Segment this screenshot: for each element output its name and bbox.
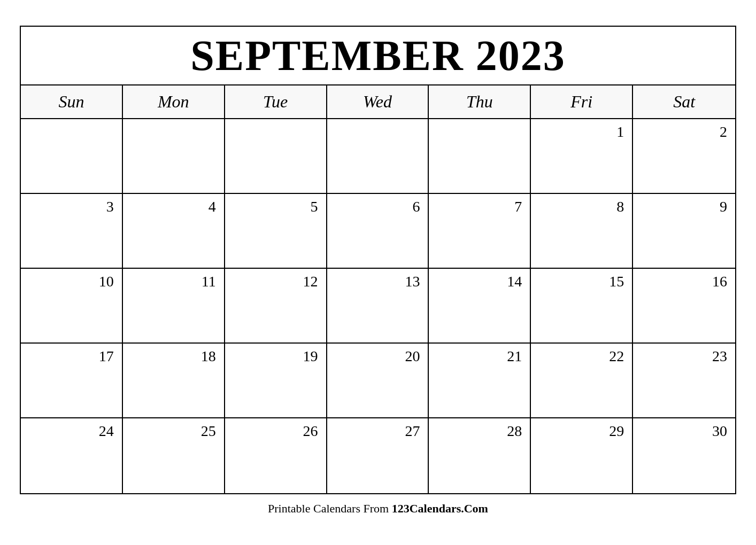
day-number: 14: [431, 273, 524, 290]
day-cell-25: 25: [123, 418, 225, 493]
day-number: 11: [126, 273, 219, 290]
day-number: 23: [636, 348, 730, 365]
day-number: 12: [228, 273, 321, 290]
day-number: 22: [534, 348, 627, 365]
day-cell-29: 29: [531, 418, 633, 493]
day-cell-1: 1: [531, 119, 633, 194]
empty-cell: [429, 119, 531, 194]
day-number: 15: [534, 273, 627, 290]
day-cell-30: 30: [633, 418, 735, 493]
day-header-sun: Sun: [21, 85, 123, 119]
day-number: 8: [534, 198, 627, 215]
day-cell-10: 10: [21, 269, 123, 344]
day-number: 19: [228, 348, 321, 365]
day-header-tue: Tue: [225, 85, 327, 119]
day-number: 9: [636, 198, 730, 215]
calendar-title: SEPTEMBER 2023: [21, 27, 735, 85]
day-cell-28: 28: [429, 418, 531, 493]
day-number: 7: [431, 198, 524, 215]
day-cell-5: 5: [225, 194, 327, 269]
day-cell-27: 27: [327, 418, 429, 493]
day-number: 20: [330, 348, 423, 365]
day-cell-8: 8: [531, 194, 633, 269]
day-number: 10: [24, 273, 117, 290]
day-cell-19: 19: [225, 344, 327, 418]
day-cell-12: 12: [225, 269, 327, 344]
day-number: 5: [228, 198, 321, 215]
day-cell-7: 7: [429, 194, 531, 269]
day-header-mon: Mon: [123, 85, 225, 119]
empty-cell: [225, 119, 327, 194]
day-header-fri: Fri: [531, 85, 633, 119]
day-header-sat: Sat: [633, 85, 735, 119]
day-cell-16: 16: [633, 269, 735, 344]
empty-cell: [327, 119, 429, 194]
day-cell-22: 22: [531, 344, 633, 418]
day-cell-26: 26: [225, 418, 327, 493]
day-cell-17: 17: [21, 344, 123, 418]
day-number: 21: [431, 348, 524, 365]
day-number: 4: [126, 198, 219, 215]
day-cell-11: 11: [123, 269, 225, 344]
day-number: 1: [534, 123, 627, 141]
day-cell-4: 4: [123, 194, 225, 269]
calendar-wrapper: SEPTEMBER 2023 SunMonTueWedThuFriSat 123…: [20, 26, 736, 520]
day-number: 28: [431, 423, 524, 440]
day-cell-2: 2: [633, 119, 735, 194]
empty-cell: [123, 119, 225, 194]
day-cell-15: 15: [531, 269, 633, 344]
day-number: 25: [126, 423, 219, 440]
day-number: 30: [636, 423, 730, 440]
day-number: 18: [126, 348, 219, 365]
day-number: 3: [24, 198, 117, 215]
calendar-footer: Printable Calendars From 123Calendars.Co…: [20, 494, 736, 520]
day-number: 29: [534, 423, 627, 440]
day-cell-14: 14: [429, 269, 531, 344]
day-cell-13: 13: [327, 269, 429, 344]
day-number: 16: [636, 273, 730, 290]
day-cell-24: 24: [21, 418, 123, 493]
day-number: 2: [636, 123, 730, 141]
calendar-container: SEPTEMBER 2023 SunMonTueWedThuFriSat 123…: [20, 26, 736, 494]
day-cell-23: 23: [633, 344, 735, 418]
empty-cell: [21, 119, 123, 194]
day-cell-6: 6: [327, 194, 429, 269]
day-number: 6: [330, 198, 423, 215]
day-cell-18: 18: [123, 344, 225, 418]
day-number: 17: [24, 348, 117, 365]
day-header-wed: Wed: [327, 85, 429, 119]
day-number: 27: [330, 423, 423, 440]
day-header-thu: Thu: [429, 85, 531, 119]
day-cell-9: 9: [633, 194, 735, 269]
day-headers: SunMonTueWedThuFriSat: [21, 85, 735, 119]
day-number: 24: [24, 423, 117, 440]
day-cell-21: 21: [429, 344, 531, 418]
calendar-days: 1234567891011121314151617181920212223242…: [21, 119, 735, 493]
day-number: 13: [330, 273, 423, 290]
day-number: 26: [228, 423, 321, 440]
day-cell-3: 3: [21, 194, 123, 269]
day-cell-20: 20: [327, 344, 429, 418]
